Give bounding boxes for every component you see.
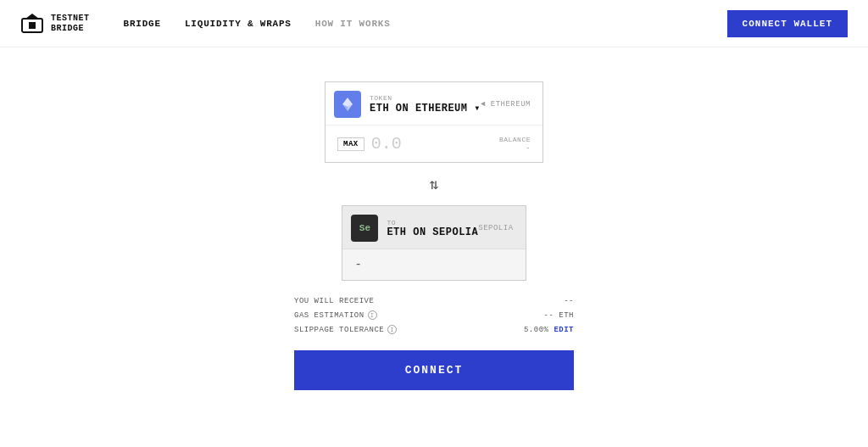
to-amount-row: - bbox=[342, 249, 525, 280]
nav-liquidity[interactable]: LIQUIDITY & WRAPS bbox=[185, 19, 292, 29]
from-token-box: TOKEN ETH ON ETHEREUM ▾ ◄ ETHEREUM MAX 0… bbox=[325, 81, 543, 163]
you-will-receive-row: YOU WILL RECEIVE -- bbox=[294, 294, 574, 308]
slippage-value: 5.00% EDIT bbox=[524, 326, 574, 334]
nav-how-it-works[interactable]: HOW IT WORKS bbox=[315, 19, 391, 29]
gas-estimation-row: GAS ESTIMATION i -- ETH bbox=[294, 308, 574, 322]
logo-text: TESTNET BRIDGE bbox=[51, 14, 90, 34]
gas-info-icon: i bbox=[368, 310, 377, 320]
to-token-info: TO ETH ON SEPOLIA bbox=[387, 219, 478, 238]
from-token-header: TOKEN ETH ON ETHEREUM ▾ ◄ ETHEREUM bbox=[326, 82, 542, 126]
nav-bridge[interactable]: BRIDGE bbox=[124, 19, 161, 29]
slippage-row: SLIPPAGE TOLERANCE i 5.00% EDIT bbox=[294, 322, 574, 337]
svg-rect-2 bbox=[29, 22, 36, 29]
svg-marker-1 bbox=[25, 14, 39, 19]
header: TESTNET BRIDGE BRIDGE LIQUIDITY & WRAPS … bbox=[0, 0, 868, 47]
to-token-box: Se TO ETH ON SEPOLIA SEPOLIA - bbox=[342, 205, 526, 281]
eth-icon bbox=[334, 91, 361, 118]
from-token-info: TOKEN ETH ON ETHEREUM ▾ bbox=[370, 94, 481, 115]
to-token-header: Se TO ETH ON SEPOLIA SEPOLIA bbox=[342, 206, 525, 249]
info-section: YOU WILL RECEIVE -- GAS ESTIMATION i -- … bbox=[294, 294, 574, 337]
swap-icon-container[interactable]: ⇅ bbox=[430, 163, 439, 205]
gas-estimation-value: -- ETH bbox=[544, 311, 574, 320]
main-content: TOKEN ETH ON ETHEREUM ▾ ◄ ETHEREUM MAX 0… bbox=[0, 47, 868, 390]
to-amount-value: - bbox=[354, 258, 361, 271]
you-will-receive-label: YOU WILL RECEIVE bbox=[294, 297, 374, 305]
from-amount-row: MAX 0.0 BALANCE - bbox=[326, 126, 542, 162]
from-amount-value: 0.0 bbox=[371, 134, 402, 154]
logo: TESTNET BRIDGE bbox=[20, 12, 90, 36]
max-button[interactable]: MAX bbox=[337, 137, 364, 151]
slippage-label: SLIPPAGE TOLERANCE i bbox=[294, 325, 397, 334]
swap-arrows-icon[interactable]: ⇅ bbox=[430, 175, 439, 193]
gas-estimation-label: GAS ESTIMATION i bbox=[294, 310, 377, 320]
logo-icon bbox=[20, 12, 44, 36]
main-nav: BRIDGE LIQUIDITY & WRAPS HOW IT WORKS bbox=[124, 19, 727, 29]
connect-wallet-button[interactable]: CONNECT WALLET bbox=[727, 10, 848, 37]
sepolia-icon: Se bbox=[351, 215, 378, 242]
slippage-info-icon: i bbox=[387, 325, 397, 334]
you-will-receive-value: -- bbox=[564, 297, 574, 305]
connect-button[interactable]: CONNECT bbox=[294, 350, 574, 390]
from-amount-input-area[interactable]: 0.0 bbox=[371, 134, 499, 154]
from-token-name[interactable]: ETH ON ETHEREUM ▾ bbox=[370, 102, 481, 115]
from-token-left: TOKEN ETH ON ETHEREUM ▾ bbox=[334, 91, 481, 118]
from-token-label: TOKEN bbox=[370, 94, 481, 102]
slippage-edit-link[interactable]: EDIT bbox=[554, 326, 574, 334]
to-token-name: ETH ON SEPOLIA bbox=[387, 226, 478, 238]
from-balance-area: BALANCE - bbox=[499, 136, 531, 153]
ethereum-diamond-icon bbox=[340, 97, 355, 112]
to-token-left: Se TO ETH ON SEPOLIA bbox=[351, 215, 478, 242]
to-network-label: SEPOLIA bbox=[478, 224, 513, 232]
from-network-label: ◄ ETHEREUM bbox=[481, 100, 531, 109]
to-token-label: TO bbox=[387, 219, 478, 226]
